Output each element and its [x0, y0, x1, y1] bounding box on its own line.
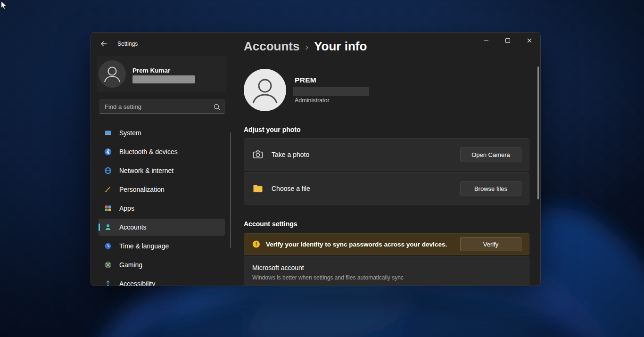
sidebar-item-label: Accounts — [119, 223, 147, 231]
user-avatar — [99, 60, 126, 88]
verify-identity-banner: Verify your identity to sync passwords a… — [244, 233, 529, 255]
redacted-email-bar-main — [293, 87, 369, 96]
sidebar-item-gaming[interactable]: Gaming — [99, 256, 225, 273]
sidebar-item-bluetooth-devices[interactable]: Bluetooth & devices — [99, 143, 225, 160]
choose-file-label: Choose a file — [272, 185, 310, 192]
profile-name: PREM — [295, 76, 316, 84]
gaming-icon — [104, 261, 112, 269]
breadcrumb: Accounts › Your info — [244, 39, 367, 54]
account-settings-heading: Account settings — [244, 220, 297, 228]
bluetooth-icon — [104, 148, 112, 156]
breadcrumb-separator-icon: › — [305, 41, 308, 52]
profile-role: Administrator — [295, 97, 330, 104]
sidebar-item-label: Network & internet — [119, 167, 173, 174]
sidebar: Prem Kumar System — [91, 33, 232, 286]
microsoft-account-card[interactable]: Microsoft account Windows is better when… — [244, 256, 529, 286]
sidebar-item-time-language[interactable]: Time & language — [99, 238, 225, 255]
choose-file-card: Choose a file Browse files — [244, 172, 529, 205]
adjust-photo-heading: Adjust your photo — [244, 126, 301, 133]
sidebar-item-label: Time & language — [119, 242, 169, 250]
sidebar-item-system[interactable]: System — [99, 124, 225, 141]
settings-window: Settings P — [91, 32, 541, 286]
user-account-card[interactable]: Prem Kumar — [97, 56, 227, 92]
sidebar-item-personalization[interactable]: Personalization — [99, 181, 225, 198]
verify-button[interactable]: Verify — [460, 237, 521, 251]
open-camera-button[interactable]: Open Camera — [460, 147, 521, 162]
microsoft-account-subtitle: Windows is better when settings and file… — [252, 274, 404, 281]
search-input[interactable] — [100, 100, 209, 114]
sidebar-item-label: Accessibility — [119, 280, 155, 286]
breadcrumb-accounts[interactable]: Accounts — [244, 39, 299, 54]
sidebar-item-label: Gaming — [119, 261, 142, 269]
redacted-email-bar — [132, 75, 195, 83]
sidebar-item-apps[interactable]: Apps — [99, 200, 225, 217]
camera-icon — [252, 149, 264, 160]
search-icon — [213, 103, 221, 111]
sidebar-scrollbar[interactable] — [230, 132, 231, 248]
take-photo-card: Take a photo Open Camera — [244, 138, 529, 171]
accounts-icon — [104, 223, 112, 231]
sidebar-item-label: Personalization — [119, 186, 165, 193]
accessibility-icon — [104, 280, 112, 286]
time-language-icon — [104, 242, 112, 250]
sidebar-item-accessibility[interactable]: Accessibility — [99, 275, 225, 286]
warning-icon — [252, 240, 260, 248]
apps-icon — [104, 205, 112, 212]
take-photo-label: Take a photo — [272, 151, 309, 158]
search-box — [99, 99, 225, 114]
sidebar-item-label: System — [119, 129, 141, 137]
system-icon — [104, 129, 112, 137]
main-content: Accounts › Your info PREM Administrator … — [244, 33, 529, 286]
sidebar-item-label: Apps — [119, 205, 134, 212]
mouse-cursor — [0, 0, 8, 10]
selected-accent-bar — [99, 223, 100, 231]
sidebar-nav: System Bluetooth & devices — [99, 124, 225, 286]
sidebar-item-network-internet[interactable]: Network & internet — [99, 162, 225, 179]
microsoft-account-title: Microsoft account — [252, 264, 304, 271]
personalization-icon — [104, 186, 112, 193]
network-icon — [104, 167, 112, 174]
user-name: Prem Kumar — [132, 67, 170, 74]
sidebar-item-accounts[interactable]: Accounts — [99, 219, 225, 236]
profile-avatar — [244, 69, 286, 111]
folder-icon — [252, 183, 264, 194]
main-scrollbar[interactable] — [537, 66, 539, 199]
warning-text: Verify your identity to sync passwords a… — [266, 241, 447, 248]
breadcrumb-current: Your info — [314, 39, 367, 54]
browse-files-button[interactable]: Browse files — [460, 181, 521, 196]
sidebar-item-label: Bluetooth & devices — [119, 148, 178, 156]
